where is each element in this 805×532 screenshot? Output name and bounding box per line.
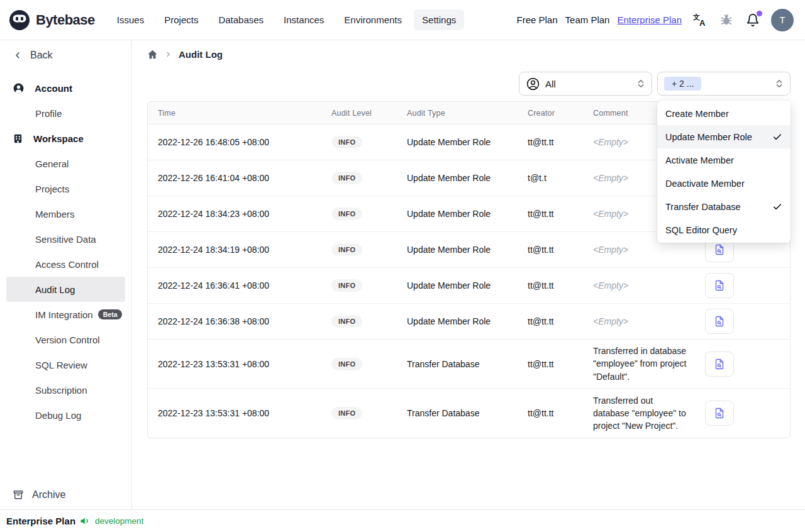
footer-plan-label: Enterprise Plan <box>6 516 75 526</box>
home-icon[interactable] <box>147 49 158 60</box>
sidebar-item-general[interactable]: General <box>6 151 125 176</box>
sidebar-item-subscription[interactable]: Subscription <box>6 377 125 402</box>
nav-item-settings[interactable]: Settings <box>414 9 464 30</box>
bytebase-logo-icon <box>9 9 30 31</box>
menu-item-activate-member[interactable]: Activate Member <box>657 148 791 172</box>
cell-audit-type: Update Member Role <box>397 232 518 267</box>
cell-comment: Transferred in database "employee" from … <box>583 340 695 388</box>
view-audit-detail-button[interactable] <box>705 401 734 426</box>
creator-filter-value: All <box>545 79 556 89</box>
menu-item-create-member[interactable]: Create Member <box>657 102 791 125</box>
cell-time: 2022-12-23 13:53:31 +08:00 <box>148 340 321 388</box>
plan-label-team-plan: Team Plan <box>565 14 610 25</box>
plan-link-enterprise-plan[interactable]: Enterprise Plan <box>617 14 682 25</box>
sidebar-item-im-integration[interactable]: IM IntegrationBeta <box>6 302 125 327</box>
bug-icon[interactable] <box>718 12 735 28</box>
sidebar-item-sql-review[interactable]: SQL Review <box>6 352 125 377</box>
comment-text: <Empty> <box>593 279 628 292</box>
menu-item-label: Deactivate Member <box>665 179 745 189</box>
cell-audit-level: INFO <box>321 196 397 231</box>
archive-label: Archive <box>32 489 65 501</box>
menu-item-transfer-database[interactable]: Transfer Database <box>657 195 791 218</box>
menu-item-label: Update Member Role <box>665 132 752 142</box>
sidebar-item-archive[interactable]: Archive <box>0 480 131 509</box>
nav-item-instances[interactable]: Instances <box>275 9 332 30</box>
cell-time: 2022-12-26 16:48:05 +08:00 <box>148 125 321 160</box>
menu-item-sql-editor-query[interactable]: SQL Editor Query <box>657 218 791 241</box>
table-row: 2022-12-24 16:36:41 +08:00INFOUpdate Mem… <box>148 268 790 304</box>
sidebar-item-sensitive-data[interactable]: Sensitive Data <box>6 226 125 252</box>
table-row: 2022-12-23 13:53:31 +08:00INFOTransfer D… <box>148 389 790 438</box>
cell-comment: <Empty> <box>583 304 695 339</box>
comment-text: Transferred in database "employee" from … <box>593 345 691 383</box>
view-audit-detail-button[interactable] <box>705 352 734 377</box>
cell-audit-level: INFO <box>321 389 397 438</box>
view-audit-detail-button[interactable] <box>705 309 734 334</box>
cell-audit-level: INFO <box>321 340 397 388</box>
sidebar-item-debug-log[interactable]: Debug Log <box>6 402 125 428</box>
creator-filter-select[interactable]: All <box>519 72 652 96</box>
bell-icon[interactable] <box>745 12 761 28</box>
audit-level-badge: INFO <box>331 136 362 148</box>
comment-text: <Empty> <box>593 208 628 220</box>
cell-comment: <Empty> <box>583 268 695 303</box>
cell-creator: tt@tt.tt <box>518 304 583 339</box>
cell-audit-type: Update Member Role <box>397 160 518 196</box>
sidebar-item-members[interactable]: Members <box>6 201 125 226</box>
cell-creator: tt@tt.tt <box>518 340 583 388</box>
cell-creator: tt@tt.tt <box>518 389 583 438</box>
sidebar-item-profile[interactable]: Profile <box>6 101 125 126</box>
sidebar-item-label: Version Control <box>35 335 100 345</box>
menu-item-deactivate-member[interactable]: Deactivate Member <box>657 172 791 195</box>
comment-text: <Empty> <box>593 243 628 256</box>
cell-time: 2022-12-24 18:34:23 +08:00 <box>148 196 321 231</box>
cell-time: 2022-12-24 18:34:19 +08:00 <box>148 232 321 267</box>
cell-audit-type: Update Member Role <box>397 268 518 303</box>
cell-creator: tt@tt.tt <box>518 232 583 267</box>
cell-audit-level: INFO <box>321 268 397 303</box>
audit-log-page: Bytebase IssuesProjectsDatabasesInstance… <box>0 0 805 532</box>
sidebar-item-access-control[interactable]: Access Control <box>6 252 125 277</box>
notification-dot <box>757 11 762 16</box>
audit-level-badge: INFO <box>331 358 362 370</box>
cell-audit-level: INFO <box>321 232 397 267</box>
view-audit-detail-button[interactable] <box>705 273 734 298</box>
audit-type-filter-select[interactable]: + 2 ... <box>657 72 791 96</box>
nav-item-issues[interactable]: Issues <box>109 9 152 30</box>
column-header-creator: Creator <box>518 102 583 124</box>
nav-right: Free PlanTeam PlanEnterprise Plan 文 A <box>517 9 794 31</box>
sidebar-section-account: Account <box>0 75 131 101</box>
audit-level-badge: INFO <box>331 243 362 256</box>
plan-label-free-plan: Free Plan <box>517 14 558 25</box>
sidebar-item-audit-log[interactable]: Audit Log <box>6 277 125 302</box>
nav-item-databases[interactable]: Databases <box>210 9 272 30</box>
cell-actions <box>695 340 790 388</box>
main-nav: IssuesProjectsDatabasesInstancesEnvironm… <box>109 9 464 30</box>
table-row: 2022-12-23 13:53:31 +08:00INFOTransfer D… <box>148 340 790 389</box>
nav-item-projects[interactable]: Projects <box>156 9 206 30</box>
release-channel-label: development <box>95 516 143 526</box>
cell-time: 2022-12-24 16:36:41 +08:00 <box>148 268 321 303</box>
avatar[interactable]: T <box>771 9 794 31</box>
comment-text: <Empty> <box>593 172 628 184</box>
translate-icon[interactable]: 文 A <box>692 12 708 28</box>
back-button[interactable]: Back <box>0 40 131 70</box>
menu-item-update-member-role[interactable]: Update Member Role <box>657 125 791 148</box>
cell-actions <box>695 389 790 438</box>
comment-text: <Empty> <box>593 315 628 328</box>
sidebar-item-projects[interactable]: Projects <box>6 176 125 201</box>
bytebase-logo[interactable]: Bytebase <box>9 9 95 31</box>
cell-comment: Transferred out database "employee" to p… <box>583 389 695 438</box>
sidebar-item-label: Debug Log <box>35 410 81 421</box>
sidebar-item-label: Subscription <box>35 385 87 396</box>
sidebar-item-label: Access Control <box>35 259 99 270</box>
comment-text: <Empty> <box>593 136 628 148</box>
cell-audit-level: INFO <box>321 160 397 196</box>
sidebar-item-version-control[interactable]: Version Control <box>6 327 125 352</box>
nav-item-environments[interactable]: Environments <box>336 9 410 30</box>
sidebar-section-label: Account <box>35 83 72 94</box>
cell-audit-type: Update Member Role <box>397 125 518 160</box>
cell-time: 2022-12-23 13:53:31 +08:00 <box>148 389 321 438</box>
menu-item-label: Transfer Database <box>665 202 741 212</box>
speaker-icon[interactable] <box>80 516 91 526</box>
